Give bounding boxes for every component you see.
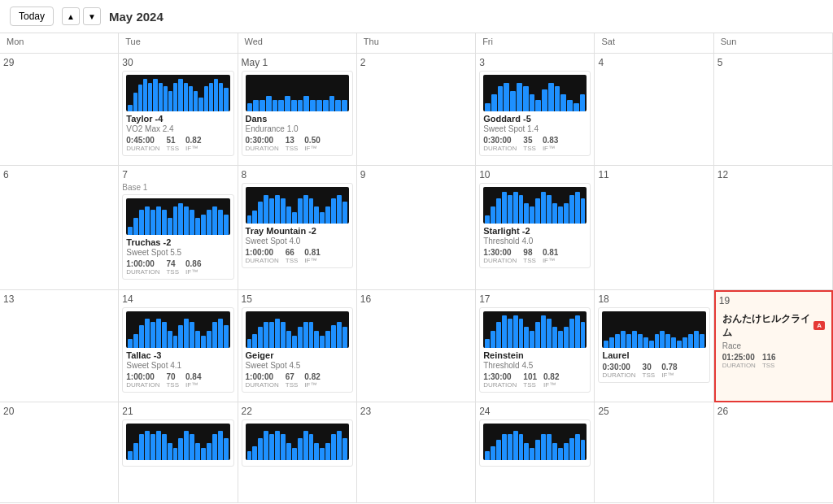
- app-container: Today ▲ ▼ May 2024 Mon Tue Wed Thu Fri S…: [0, 0, 833, 503]
- day-15: 15: [238, 290, 357, 402]
- workout-type: Sweet Spot 1.4: [483, 124, 587, 133]
- next-month-button[interactable]: ▼: [83, 7, 101, 25]
- race-stats: 01:25:00DURATION 116TSS: [722, 353, 825, 369]
- workout-card-tray[interactable]: Tray Mountain -2 Sweet Spot 4.0 1:00:00D…: [242, 183, 353, 268]
- workout-chart: [126, 311, 229, 348]
- day-25: 25: [595, 402, 713, 503]
- day-5: 5: [714, 54, 833, 166]
- race-card-ontake[interactable]: おんたけヒルクライム A Race 01:25:00DURATION 116TS…: [719, 309, 828, 372]
- today-button[interactable]: Today: [10, 7, 54, 26]
- workout-name: Taylor -4: [126, 114, 229, 124]
- workout-name: Tallac -3: [126, 350, 229, 360]
- day-29: 29: [0, 54, 119, 166]
- day-11: 11: [595, 166, 713, 289]
- day-6: 6: [0, 166, 119, 289]
- workout-chart: [246, 424, 349, 460]
- day-8: 8: [238, 166, 357, 289]
- workout-type: Threshold 4.5: [483, 361, 587, 370]
- day-30: 30: [119, 54, 238, 166]
- calendar-grid: Mon Tue Wed Thu Fri Sat Sun 29 30: [0, 33, 833, 503]
- day-2: 2: [357, 54, 476, 166]
- workout-card-goddard[interactable]: Goddard -5 Sweet Spot 1.4 0:30:00DURATIO…: [479, 71, 591, 156]
- workout-card-24[interactable]: [479, 419, 591, 467]
- workout-stats: 0:30:00DURATION 35TSS 0.83IF™: [483, 136, 587, 152]
- workout-card-reinstein[interactable]: Reinstein Threshold 4.5 1:30:00DURATION …: [479, 307, 591, 393]
- workout-chart: [246, 187, 349, 224]
- day-header-mon: Mon: [0, 33, 119, 54]
- workout-type: Endurance 1.0: [246, 124, 349, 133]
- day-14: 14: [119, 290, 238, 402]
- workout-type: VO2 Max 2.4: [126, 124, 229, 133]
- day-3: 3: [476, 54, 595, 166]
- workout-stats: 1:00:00DURATION 66TSS 0.81IF™: [246, 248, 349, 264]
- day-9: 9: [357, 166, 476, 289]
- workout-card-taylor[interactable]: Taylor -4 VO2 Max 2.4 0:45:00DURATION 51…: [122, 71, 233, 156]
- day-22: 22: [238, 402, 357, 503]
- day-26: 26: [714, 402, 833, 503]
- week-label-base1: Base 1: [122, 183, 233, 192]
- workout-name: Goddard -5: [483, 114, 587, 124]
- workout-type: Threshold 4.0: [483, 237, 587, 245]
- workout-chart: [483, 424, 587, 460]
- workout-card-22[interactable]: [242, 419, 353, 467]
- workout-stats: 1:00:00DURATION 70TSS 0.84IF™: [126, 372, 229, 389]
- workout-chart: [126, 198, 229, 235]
- workout-stats: 1:30:00DURATION 98TSS 0.81IF™: [483, 248, 587, 264]
- workout-chart: [246, 311, 349, 348]
- prev-month-button[interactable]: ▲: [62, 7, 80, 25]
- workout-type: Sweet Spot 4.1: [126, 361, 229, 370]
- calendar-header: Today ▲ ▼ May 2024: [0, 0, 833, 33]
- workout-stats: 1:00:00DURATION 67TSS 0.82IF™: [246, 372, 349, 389]
- day-16: 16: [357, 290, 476, 402]
- day-17: 17: [476, 290, 595, 402]
- day-24: 24: [476, 402, 595, 503]
- workout-type: Sweet Spot 5.5: [126, 248, 229, 257]
- day-21: 21: [119, 402, 238, 503]
- day-header-tue: Tue: [119, 33, 238, 54]
- day-may1: May 1: [238, 54, 357, 166]
- day-18: 18: [595, 290, 713, 402]
- workout-chart: [483, 311, 587, 348]
- day-20: 20: [0, 402, 119, 503]
- race-type: Race: [722, 341, 825, 350]
- day-10: 10: [476, 166, 595, 289]
- month-title: May 2024: [109, 10, 164, 24]
- nav-arrows: ▲ ▼: [62, 7, 101, 25]
- day-header-sat: Sat: [595, 33, 713, 54]
- day-header-thu: Thu: [357, 33, 476, 54]
- workout-card-starlight[interactable]: Starlight -2 Threshold 4.0 1:30:00DURATI…: [479, 183, 591, 268]
- workout-type: Sweet Spot 4.5: [246, 361, 349, 370]
- workout-card-tallac[interactable]: Tallac -3 Sweet Spot 4.1 1:00:00DURATION…: [122, 307, 233, 393]
- race-badge: A: [813, 321, 825, 330]
- workout-type: Sweet Spot 4.0: [246, 237, 349, 245]
- workout-card-laurel[interactable]: Laurel 0:30:00DURATION 30TSS 0.78IF™: [598, 307, 709, 383]
- workout-chart: [126, 424, 229, 460]
- workout-name: Laurel: [602, 350, 705, 360]
- workout-chart: [246, 75, 349, 111]
- workout-stats: 0:45:00DURATION 51TSS 0.82IF™: [126, 136, 229, 152]
- day-header-sun: Sun: [714, 33, 833, 54]
- workout-chart: [483, 187, 587, 224]
- workout-card-truchas[interactable]: Truchas -2 Sweet Spot 5.5 1:00:00DURATIO…: [122, 194, 233, 280]
- day-13: 13: [0, 290, 119, 402]
- workout-name: Reinstein: [483, 350, 587, 360]
- workout-name: Tray Mountain -2: [246, 226, 349, 236]
- day-header-wed: Wed: [238, 33, 357, 54]
- workout-stats: 1:00:00DURATION 74TSS 0.86IF™: [126, 259, 229, 276]
- workout-card-21[interactable]: [122, 419, 233, 467]
- day-4: 4: [595, 54, 713, 166]
- workout-card-dans[interactable]: Dans Endurance 1.0 0:30:00DURATION 13TSS…: [242, 71, 353, 156]
- workout-stats: 1:30:00DURATION 101TSS 0.82IF™: [483, 372, 587, 389]
- day-header-fri: Fri: [476, 33, 595, 54]
- race-name: おんたけヒルクライム: [722, 312, 811, 340]
- workout-chart: [126, 75, 229, 111]
- workout-name: Geiger: [246, 350, 349, 360]
- workout-name: Truchas -2: [126, 237, 229, 247]
- workout-chart: [483, 75, 587, 111]
- workout-chart: [602, 311, 705, 348]
- workout-name: Dans: [246, 114, 349, 124]
- day-23: 23: [357, 402, 476, 503]
- workout-name: Starlight -2: [483, 226, 587, 236]
- workout-card-geiger[interactable]: Geiger Sweet Spot 4.5 1:00:00DURATION 67…: [242, 307, 353, 393]
- day-12: 12: [714, 166, 833, 289]
